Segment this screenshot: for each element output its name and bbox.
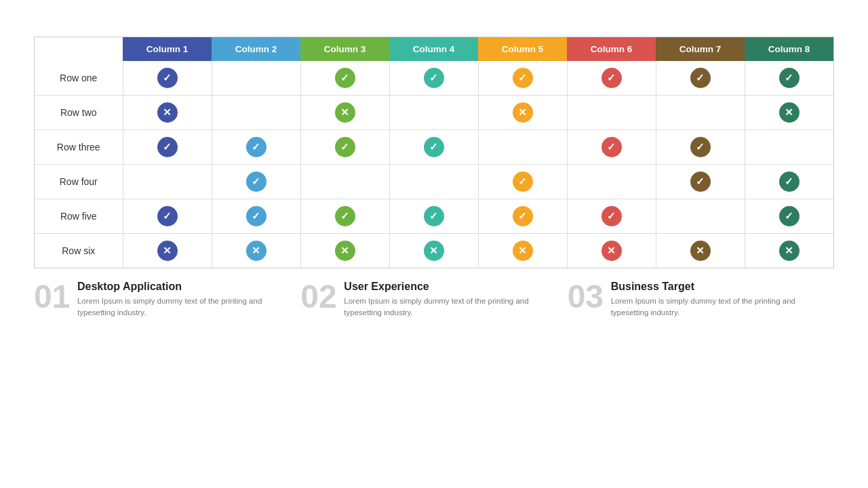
- cell-r2-c1: ✕: [123, 96, 212, 130]
- check-icon: ✓: [513, 68, 533, 88]
- cell-r1-c6: ✓: [567, 61, 656, 96]
- row-label-6: Row six: [35, 234, 123, 268]
- footer-item-1: 01Desktop ApplicationLorem Ipsum is simp…: [34, 281, 300, 319]
- col-header-8: Column 8: [745, 37, 833, 61]
- cross-icon: ✕: [779, 102, 800, 123]
- cell-r1-c7: ✓: [656, 61, 745, 96]
- cell-r4-c1: [123, 165, 212, 199]
- cell-r4-c2: ✓: [212, 165, 300, 199]
- cell-r2-c5: ✕: [478, 96, 567, 130]
- cell-r5-c7: [656, 199, 745, 234]
- table-row: Row three✓✓✓✓✓✓: [35, 130, 833, 165]
- check-icon: ✓: [779, 171, 800, 192]
- cell-r6-c6: ✕: [567, 234, 656, 268]
- check-icon: ✓: [424, 137, 444, 157]
- slide: Column 1Column 2Column 3Column 4Column 5…: [0, 0, 868, 488]
- check-icon: ✓: [779, 68, 800, 88]
- table-row: Row six✕✕✕✕✕✕✕✕: [35, 234, 833, 268]
- row-label-1: Row one: [35, 61, 123, 96]
- cell-r5-c5: ✓: [478, 199, 567, 234]
- cell-r5-c8: ✓: [745, 199, 833, 234]
- check-icon: ✓: [157, 137, 178, 157]
- cell-r6-c7: ✕: [656, 234, 745, 268]
- footer-text-1: Lorem Ipsum is simply dummy text of the …: [77, 296, 300, 319]
- footer-title-3: Business Target: [611, 281, 834, 293]
- check-icon: ✓: [246, 137, 267, 157]
- col-label-header: [35, 37, 123, 61]
- row-label-2: Row two: [35, 96, 123, 130]
- footer-content-1: Desktop ApplicationLorem Ipsum is simply…: [77, 281, 300, 319]
- cross-icon: ✕: [779, 241, 800, 261]
- cell-r1-c2: [212, 61, 300, 96]
- col-header-1: Column 1: [123, 37, 212, 61]
- check-icon: ✓: [513, 206, 533, 226]
- check-icon: ✓: [424, 206, 444, 226]
- footer-content-2: User ExperienceLorem Ipsum is simply dum…: [344, 281, 567, 319]
- check-icon: ✓: [690, 137, 711, 157]
- footer-text-2: Lorem Ipsum is simply dummy text of the …: [344, 296, 567, 319]
- cell-r2-c6: [567, 96, 656, 130]
- cell-r6-c5: ✕: [478, 234, 567, 268]
- cross-icon: ✕: [690, 241, 711, 261]
- cell-r2-c3: ✕: [300, 96, 389, 130]
- cell-r2-c4: [389, 96, 478, 130]
- cross-icon: ✕: [246, 241, 267, 261]
- cell-r4-c7: ✓: [656, 165, 745, 199]
- footer-section: 01Desktop ApplicationLorem Ipsum is simp…: [34, 281, 834, 319]
- footer-text-3: Lorem Ipsum is simply dummy text of the …: [611, 296, 834, 319]
- footer-number-3: 03: [568, 281, 601, 313]
- cell-r6-c3: ✕: [300, 234, 389, 268]
- col-header-5: Column 5: [478, 37, 567, 61]
- cell-r1-c3: ✓: [300, 61, 389, 96]
- cross-icon: ✕: [335, 241, 355, 261]
- footer-number-1: 01: [34, 281, 68, 313]
- cross-icon: ✕: [601, 241, 622, 261]
- cross-icon: ✕: [157, 241, 178, 261]
- row-label-3: Row three: [35, 130, 123, 165]
- cell-r3-c6: ✓: [567, 130, 656, 165]
- cross-icon: ✕: [335, 102, 355, 123]
- main-table: Column 1Column 2Column 3Column 4Column 5…: [35, 37, 833, 268]
- cell-r4-c6: [567, 165, 656, 199]
- footer-item-3: 03Business TargetLorem Ipsum is simply d…: [568, 281, 834, 319]
- check-icon: ✓: [513, 171, 533, 192]
- check-icon: ✓: [335, 137, 355, 157]
- footer-title-1: Desktop Application: [77, 281, 300, 293]
- cell-r4-c3: [300, 165, 389, 199]
- check-icon: ✓: [601, 206, 622, 226]
- table-row: Row one✓✓✓✓✓✓✓: [35, 61, 833, 96]
- cell-r4-c8: ✓: [745, 165, 833, 199]
- check-icon: ✓: [335, 206, 355, 226]
- row-label-5: Row five: [35, 199, 123, 234]
- cell-r5-c6: ✓: [567, 199, 656, 234]
- col-header-6: Column 6: [567, 37, 656, 61]
- cell-r6-c2: ✕: [212, 234, 300, 268]
- cross-icon: ✕: [513, 102, 533, 123]
- table-wrapper: Column 1Column 2Column 3Column 4Column 5…: [34, 37, 834, 268]
- footer-content-3: Business TargetLorem Ipsum is simply dum…: [611, 281, 834, 319]
- footer-item-2: 02User ExperienceLorem Ipsum is simply d…: [300, 281, 567, 319]
- cell-r2-c2: [212, 96, 300, 130]
- cell-r3-c2: ✓: [212, 130, 300, 165]
- cross-icon: ✕: [424, 241, 444, 261]
- cell-r4-c4: [389, 165, 478, 199]
- cell-r5-c3: ✓: [300, 199, 389, 234]
- cell-r6-c4: ✕: [389, 234, 478, 268]
- cell-r3-c7: ✓: [656, 130, 745, 165]
- check-icon: ✓: [690, 171, 711, 192]
- check-icon: ✓: [601, 68, 622, 88]
- footer-title-2: User Experience: [344, 281, 567, 293]
- cell-r6-c8: ✕: [745, 234, 833, 268]
- cross-icon: ✕: [157, 102, 178, 123]
- cell-r5-c1: ✓: [123, 199, 212, 234]
- check-icon: ✓: [601, 137, 622, 157]
- cell-r3-c1: ✓: [123, 130, 212, 165]
- check-icon: ✓: [690, 68, 711, 88]
- cell-r3-c5: [478, 130, 567, 165]
- check-icon: ✓: [424, 68, 444, 88]
- cell-r2-c8: ✕: [745, 96, 833, 130]
- cell-r3-c3: ✓: [300, 130, 389, 165]
- col-header-3: Column 3: [300, 37, 389, 61]
- cell-r1-c5: ✓: [478, 61, 567, 96]
- cell-r5-c2: ✓: [212, 199, 300, 234]
